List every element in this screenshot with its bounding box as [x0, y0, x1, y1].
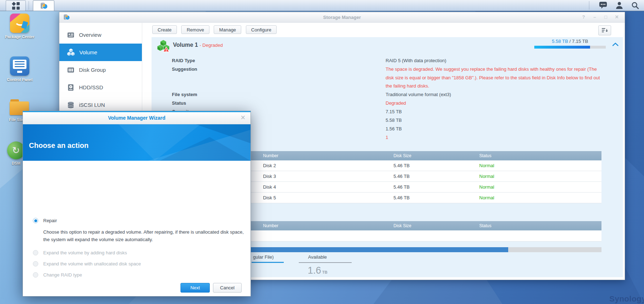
dialog-banner: Choose an action: [23, 124, 251, 161]
sidebar-item-label: Disk Group: [79, 67, 106, 73]
sidebar-item-disk-group[interactable]: Disk Group: [59, 61, 142, 79]
option-repair[interactable]: Repair: [33, 218, 242, 224]
manage-button[interactable]: Manage: [214, 25, 241, 34]
notifications-icon[interactable]: [599, 1, 608, 10]
column-disk-size: Disk Size: [393, 223, 479, 228]
volume-header[interactable]: Volume 1 - Degraded 5.58 TB / 7.15 TB: [152, 37, 623, 54]
iscsi-lun-icon: [67, 101, 74, 109]
create-button[interactable]: Create: [152, 25, 177, 34]
dialog-title: Volume Manager Wizard: [23, 115, 251, 121]
remove-button[interactable]: Remove: [181, 25, 209, 34]
detail-label: RAID Type: [172, 56, 386, 65]
detail-value: 1: [386, 133, 604, 142]
available-unit: TB: [322, 270, 328, 274]
overview-icon: [67, 31, 74, 39]
configure-button[interactable]: Configure: [246, 25, 277, 34]
hdd-icon: [67, 84, 74, 91]
volume-title: Volume 1 - Degraded: [173, 42, 223, 48]
help-button[interactable]: ?: [581, 14, 586, 20]
tab-available[interactable]: Available: [299, 254, 352, 263]
taskbar-divider: [29, 1, 29, 10]
cancel-button[interactable]: Cancel: [213, 283, 242, 293]
disk-status: Normal: [479, 184, 601, 190]
option-label: Change RAID type: [43, 272, 82, 278]
option-label: Repair: [43, 218, 57, 224]
desktop-icon-control-panel[interactable]: Control Panel: [4, 56, 36, 82]
screen: Synology Package Center Control Panel Fi…: [0, 0, 644, 304]
search-icon[interactable]: [631, 1, 639, 9]
window-title: Storage Manager: [59, 15, 625, 20]
package-center-icon: [10, 14, 29, 33]
detail-value: 1.56 TB: [386, 125, 604, 133]
taskbar-storage-manager-button[interactable]: [33, 0, 54, 11]
synology-watermark: Synology: [609, 294, 644, 304]
dialog-titlebar[interactable]: Volume Manager Wizard ✕: [23, 112, 251, 124]
detail-value: 7.15 TB: [386, 108, 604, 116]
radio-disabled-icon: [33, 261, 38, 266]
suggestion-text: The space is degraded. We suggest you re…: [386, 65, 604, 90]
radio-disabled-icon: [33, 250, 38, 255]
window-titlebar[interactable]: Storage Manager ? – □ ✕: [59, 12, 625, 23]
disk-group-icon: [67, 66, 74, 74]
detail-row: StatusDegraded: [172, 99, 623, 108]
close-button[interactable]: ✕: [614, 14, 620, 20]
sidebar-item-label: HDD/SSD: [79, 84, 103, 90]
total-space: 7.15 TB: [572, 39, 588, 44]
option-label: Expand the volume by adding hard disks: [43, 250, 127, 256]
detail-value: 5.58 TB: [386, 116, 604, 125]
taskbar: [0, 0, 644, 11]
dialog-body: Repair Choose this option to repair a de…: [23, 161, 251, 296]
tab-regular-file[interactable]: gular File): [252, 254, 284, 263]
taskbar-right: [589, 0, 639, 11]
sidebar-item-volume[interactable]: Volume: [59, 44, 142, 61]
view-options-button[interactable]: [598, 25, 611, 35]
storage-manager-icon: [40, 2, 48, 10]
user-account-icon[interactable]: [615, 1, 623, 9]
dialog-heading: Choose an action: [29, 141, 89, 150]
usage-bar-fill: [534, 46, 590, 49]
taskbar-divider: [589, 1, 589, 10]
sidebar-item-label: Overview: [79, 32, 101, 38]
volume-name: Volume 1: [173, 42, 198, 48]
collapse-chevron-icon[interactable]: [612, 41, 619, 48]
detail-value: RAID 5 (With data protection): [386, 56, 604, 65]
column-disk-size: Disk Size: [393, 153, 479, 158]
maximize-button[interactable]: □: [603, 14, 609, 20]
volume-usage-text: 5.58 TB / 7.15 TB: [534, 39, 606, 44]
minimize-button[interactable]: –: [592, 14, 598, 20]
detail-row: RAID TypeRAID 5 (With data protection): [172, 56, 623, 65]
sidebar-item-hdd-ssd[interactable]: HDD/SSD: [59, 79, 142, 96]
disk-status: Normal: [479, 195, 601, 200]
detail-label: Suggestion: [172, 65, 386, 90]
disk-status: Normal: [479, 174, 601, 179]
column-status: Status: [479, 153, 601, 158]
option-change-raid-type: Change RAID type: [33, 272, 242, 278]
available-value: 1.6TB: [308, 265, 327, 276]
control-panel-icon: [10, 56, 29, 76]
next-button[interactable]: Next: [180, 283, 210, 293]
detail-label: Status: [172, 99, 386, 108]
desktop-icon-label: Package Center: [4, 35, 36, 39]
detail-row: SuggestionThe space is degraded. We sugg…: [172, 65, 623, 90]
desktop-icon-label: Control Panel: [4, 78, 36, 82]
main-menu-button[interactable]: [6, 0, 26, 11]
usage-bar: [534, 46, 606, 49]
column-status: Status: [479, 223, 601, 228]
repair-description: Choose this option to repair a degraded …: [43, 229, 249, 243]
detail-row: File systemTraditional volume format (ex…: [172, 90, 623, 99]
sidebar-item-overview[interactable]: Overview: [59, 26, 142, 44]
toolbar: Create Remove Manage Configure: [142, 23, 625, 37]
detail-value: Traditional volume format (ext3): [386, 90, 604, 99]
dialog-close-icon[interactable]: ✕: [241, 114, 246, 121]
sidebar-item-label: iSCSI LUN: [79, 102, 105, 108]
radio-selected-icon[interactable]: [33, 218, 38, 223]
status-value: Degraded: [386, 99, 604, 108]
used-space: 5.58 TB: [552, 39, 568, 44]
list-sort-icon: [602, 28, 608, 33]
option-expand-adding-disks: Expand the volume by adding hard disks: [33, 250, 242, 256]
desktop-icon-package-center[interactable]: Package Center: [4, 14, 36, 39]
option-expand-unallocated: Expand the volume with unallocated disk …: [33, 261, 242, 267]
window-controls: ? – □ ✕: [581, 14, 620, 20]
volume-degraded-label: - Degraded: [199, 43, 223, 48]
sidebar-item-label: Volume: [79, 49, 97, 55]
